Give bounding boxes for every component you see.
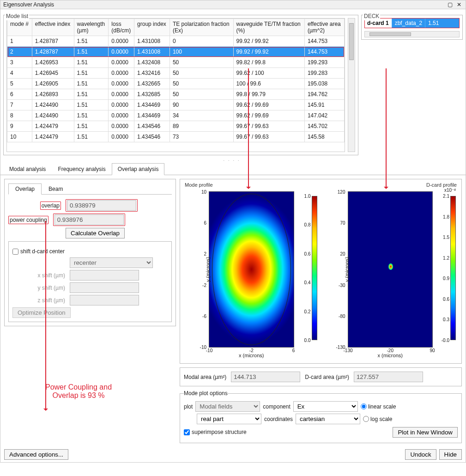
- modal-area-value: [231, 372, 300, 382]
- xshift-label: x shift (µm): [12, 272, 68, 279]
- plots-panel: Mode profile y (microns) x (microns) 106…: [180, 179, 462, 364]
- annotation-arrow-mode: [248, 68, 249, 189]
- deck-source: zbf_data_2: [392, 18, 425, 28]
- power-coupling-value: [54, 214, 124, 225]
- coordinates-select[interactable]: cartesian: [296, 414, 360, 424]
- mode-colorbar: [312, 196, 317, 340]
- dcard-cbar-title: x10⁻⁴: [444, 188, 456, 193]
- power-coupling-label: power coupling: [8, 216, 48, 224]
- mode-profile-plot: Mode profile y (microns) x (microns) 106…: [183, 182, 320, 360]
- table-row[interactable]: 21.4287871.510.00001.43100810099.92 / 99…: [7, 47, 345, 57]
- mode-col-header[interactable]: wavelength(µm): [74, 19, 109, 36]
- xshift-input[interactable]: [70, 270, 139, 281]
- mode-plot-title: Mode profile: [183, 182, 320, 188]
- component-select[interactable]: Ex: [293, 401, 358, 412]
- table-row[interactable]: 81.4244901.510.00001.4344693499.62 / 99.…: [7, 110, 345, 121]
- splitter[interactable]: ····: [0, 158, 466, 162]
- advanced-options-button[interactable]: Advanced options...: [4, 449, 68, 460]
- table-row[interactable]: 31.4269531.510.00001.4324085099.82 / 99.…: [7, 57, 345, 68]
- analysis-tabs: Modal analysis Frequency analysis Overla…: [0, 162, 466, 175]
- dcard-area-value: [354, 372, 423, 382]
- log-scale-label: log scale: [370, 416, 392, 422]
- eigensolver-window: Eigensolver Analysis ▢ ✕ Mode list mode …: [0, 0, 466, 463]
- part-select[interactable]: real part: [197, 414, 261, 424]
- zshift-label: z shift (µm): [12, 297, 68, 304]
- calculate-overlap-button[interactable]: Calculate Overlap: [66, 228, 125, 238]
- subtab-overlap[interactable]: Overlap: [8, 183, 42, 195]
- mode-list-scrollbar[interactable]: [348, 18, 355, 152]
- mode-plot-canvas[interactable]: y (microns) x (microns) 1062-2-6-10 -10-…: [209, 191, 294, 348]
- yshift-label: y shift (µm): [12, 285, 68, 291]
- plot-options-legend: Mode plot options: [184, 390, 228, 397]
- annotation-arrow-dcard: [386, 68, 387, 189]
- linear-scale-radio[interactable]: [361, 403, 367, 409]
- mode-col-header[interactable]: group index: [134, 19, 170, 36]
- annotation-arrow-left: [45, 221, 46, 410]
- mode-list-table[interactable]: mode #effective indexwavelength(µm)loss(…: [6, 18, 345, 152]
- mode-col-header[interactable]: TE polarization fraction(Ex): [169, 19, 233, 36]
- deck-value: 1.51: [425, 18, 460, 28]
- zshift-input[interactable]: [70, 295, 139, 305]
- dcard-colorbar: [450, 196, 456, 340]
- optimize-position-button[interactable]: Optimize Position: [12, 307, 71, 318]
- mode-col-header[interactable]: waveguide TE/TM fraction(%): [233, 19, 304, 36]
- mode-plot-options: Mode plot options plot Modal fields comp…: [180, 390, 462, 443]
- plot-select[interactable]: Modal fields: [195, 401, 260, 412]
- coordinates-label: coordinates: [264, 416, 293, 422]
- table-row[interactable]: 61.4268931.510.00001.4326855099.8 / 99.7…: [7, 89, 345, 100]
- mode-col-header[interactable]: effective area(µm^2): [304, 19, 344, 36]
- undock-button[interactable]: Undock: [405, 449, 436, 460]
- recenter-select[interactable]: recenter: [70, 257, 153, 268]
- overlap-label: overlap: [40, 201, 61, 210]
- mode-col-header[interactable]: loss(dB/cm): [109, 19, 134, 36]
- dcard-plot-canvas[interactable]: y (microns) x (microns) 1207020-30-80-13…: [348, 191, 433, 348]
- tab-overlap[interactable]: Overlap analysis: [112, 163, 165, 175]
- plot-new-window-button[interactable]: Plot in New Window: [393, 427, 458, 438]
- hide-button[interactable]: Hide: [439, 449, 462, 460]
- deck-hscroll[interactable]: [364, 31, 460, 37]
- table-row[interactable]: 41.4269451.510.00001.4324165099.62 / 100…: [7, 68, 345, 79]
- titlebar: Eigensolver Analysis ▢ ✕: [0, 0, 466, 9]
- dcard-area-label: D-card area (µm²): [305, 374, 349, 380]
- modal-area-label: Modal area (µm²): [184, 374, 226, 380]
- tab-modal[interactable]: Modal analysis: [3, 163, 52, 175]
- deck-label: DECK: [363, 12, 380, 20]
- mode-list-label: Mode list: [5, 12, 29, 20]
- shift-dcard-checkbox[interactable]: [12, 249, 18, 255]
- subtab-beam[interactable]: Beam: [42, 183, 70, 195]
- superimpose-checkbox[interactable]: [184, 429, 190, 435]
- areas-row: Modal area (µm²) D-card area (µm²): [180, 367, 462, 386]
- component-label: component: [263, 403, 290, 410]
- superimpose-label: superimpose structure: [192, 429, 247, 435]
- tab-frequency[interactable]: Frequency analysis: [52, 163, 111, 175]
- undock-icon[interactable]: ▢: [446, 1, 454, 8]
- shift-dcard-label: shift d-card center: [20, 248, 65, 255]
- mode-col-header[interactable]: mode #: [7, 19, 32, 36]
- mode-col-header[interactable]: effective index: [32, 19, 74, 36]
- table-row[interactable]: 91.4244791.510.00001.4345468999.67 / 99.…: [7, 121, 345, 132]
- table-row[interactable]: 51.4269051.510.00001.43266550100 / 99.61…: [7, 79, 345, 89]
- linear-scale-label: linear scale: [368, 403, 396, 410]
- table-row[interactable]: 11.4287871.510.00001.431008099.92 / 99.9…: [7, 36, 345, 47]
- overlap-panel: Overlap Beam overlap power coupling Calc…: [4, 179, 176, 326]
- table-row[interactable]: 71.4244901.510.00001.4344699099.62 / 99.…: [7, 100, 345, 110]
- plot-label: plot: [184, 403, 193, 410]
- overlap-value: [67, 200, 136, 211]
- window-title: Eigensolver Analysis: [3, 1, 444, 8]
- dcard-profile-plot: D-card profile y (microns) x (microns) 1…: [322, 182, 459, 360]
- yshift-input[interactable]: [70, 282, 139, 293]
- table-row[interactable]: 101.4244791.510.00001.4345467399.67 / 99…: [7, 132, 345, 142]
- dcard-plot-title: D-card profile: [322, 182, 459, 188]
- close-icon[interactable]: ✕: [455, 1, 463, 8]
- log-scale-radio[interactable]: [363, 416, 369, 422]
- footer: Advanced options... Undock Hide: [0, 447, 466, 462]
